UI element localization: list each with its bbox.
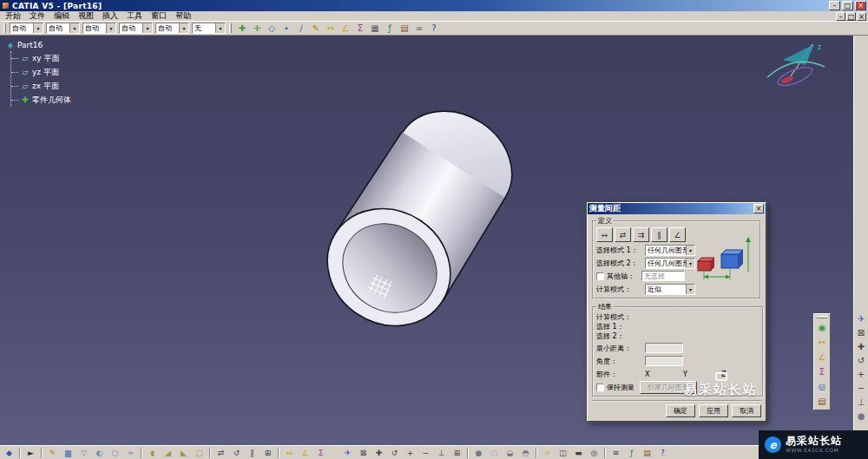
formula-icon[interactable]: ƒ <box>624 447 639 458</box>
apply-button[interactable]: 应用 <box>699 404 728 417</box>
minimize-button[interactable]: – <box>829 1 840 10</box>
toolbar-combo-1[interactable]: 自动▾ <box>10 23 43 34</box>
chevron-down-icon[interactable]: ▾ <box>106 23 115 33</box>
mass-properties-icon[interactable]: Σ <box>353 23 367 35</box>
fit-all-icon[interactable]: ⊠ <box>356 447 371 458</box>
point-icon[interactable]: ∙ <box>279 23 293 35</box>
draft-icon[interactable]: ◣ <box>176 447 191 458</box>
fly-mode-icon[interactable]: ✈ <box>855 311 868 325</box>
sketcher-icon[interactable]: ✎ <box>45 447 60 458</box>
tree-root-part16[interactable]: ◈ Part16 <box>6 38 71 51</box>
catalog-icon[interactable]: ▤ <box>640 447 654 458</box>
fit-all-icon[interactable]: ⊠ <box>855 325 868 339</box>
toolbar-grip[interactable] <box>3 23 6 33</box>
chevron-down-icon[interactable]: ▾ <box>179 23 188 33</box>
toolbar-combo-2[interactable]: 自动▾ <box>46 23 80 34</box>
tree-item-part-body[interactable]: ✚零件几何体 <box>11 93 71 107</box>
shaft-icon[interactable]: ◐ <box>92 447 107 458</box>
rotate-view-icon[interactable]: ↺ <box>855 353 868 367</box>
catalog-icon[interactable]: ▤ <box>398 23 411 35</box>
sketch-icon[interactable]: ✎ <box>309 23 323 35</box>
help-icon[interactable]: ? <box>655 447 670 458</box>
measure-between-icon[interactable]: ↔ <box>324 23 338 35</box>
sun-light-icon[interactable]: ☼ <box>540 447 555 458</box>
measure-between-icon[interactable]: ↔ <box>815 335 829 350</box>
shading-icon[interactable]: ● <box>471 447 486 458</box>
grid-icon[interactable]: ▦ <box>368 23 382 35</box>
measure-between-icon[interactable]: ↔ <box>282 447 297 458</box>
toolbar-grip[interactable] <box>229 23 232 33</box>
keep-measure-checkbox[interactable] <box>596 384 604 391</box>
tree-item-zx-plane[interactable]: ▱zx 平面 <box>11 79 71 93</box>
normal-view-icon[interactable]: ⊥ <box>434 447 449 458</box>
menu-item-1[interactable]: 文件 <box>25 10 49 22</box>
translate-icon[interactable]: ⇄ <box>214 447 228 458</box>
zoom-in-icon[interactable]: + <box>855 367 868 381</box>
chevron-down-icon[interactable]: ▾ <box>142 23 152 33</box>
dialog-close-icon[interactable]: × <box>753 204 764 213</box>
menu-item-2[interactable]: 编辑 <box>49 10 74 22</box>
chevron-down-icon[interactable]: ▾ <box>33 23 43 33</box>
rotate-axis-icon[interactable]: ✛ <box>250 23 264 35</box>
measure-between-chain-mode-button[interactable]: ⇄ <box>615 227 631 242</box>
chevron-down-icon[interactable]: ▾ <box>215 23 225 33</box>
close-button[interactable]: × <box>855 1 866 10</box>
maximize-button[interactable]: □ <box>842 1 853 10</box>
formula-icon[interactable]: ƒ <box>383 23 397 35</box>
pan-icon[interactable]: ✚ <box>372 447 386 458</box>
normal-view-icon[interactable]: ⊥ <box>855 395 868 409</box>
rotate-view-icon[interactable]: ↺ <box>387 447 402 458</box>
child-restore-button[interactable]: □ <box>846 12 856 21</box>
measure-item-icon[interactable]: ∠ <box>298 447 312 458</box>
selection-mode-1-select[interactable]: 任何几何图形 ▾ <box>645 245 695 256</box>
fillet-icon[interactable]: ◖ <box>145 447 160 458</box>
cancel-button[interactable]: 取消 <box>732 404 761 417</box>
link-icon[interactable]: ∞ <box>412 23 426 35</box>
tree-toggle-icon[interactable]: ≡ <box>608 447 623 458</box>
child-minimize-button[interactable]: – <box>836 12 845 21</box>
chamfer-icon[interactable]: ◢ <box>161 447 175 458</box>
rib-icon[interactable]: ≈ <box>123 447 138 458</box>
render-style-icon[interactable]: ● <box>855 409 868 423</box>
other-axis-field[interactable]: 无选择 <box>641 271 685 281</box>
depth-effect-icon[interactable]: ◫ <box>556 447 570 458</box>
swap-space-icon[interactable]: ◓ <box>518 447 533 458</box>
mass-properties-icon[interactable]: Σ <box>313 447 328 458</box>
measure-angle-mode-button[interactable]: ∠ <box>669 227 686 242</box>
plane-icon[interactable]: ◇ <box>265 23 279 35</box>
3d-viewport[interactable]: z ◈ Part16 ▱xy 平面▱yz 平面▱zx 平面✚零件几何体 测量间距… <box>0 36 853 445</box>
compass-tool-icon[interactable]: ◎ <box>815 379 829 394</box>
multi-view-icon[interactable]: ⊞ <box>450 447 464 458</box>
wireframe-icon[interactable]: ◌ <box>487 447 502 458</box>
line-icon[interactable]: ∕ <box>294 23 308 35</box>
zoom-in-icon[interactable]: + <box>403 447 418 458</box>
fly-mode-icon[interactable]: ✈ <box>340 447 355 458</box>
measure-between-fan-mode-button[interactable]: ⇉ <box>633 227 649 242</box>
measure-between-mode-button[interactable]: ↔ <box>596 227 613 242</box>
calc-mode-select[interactable]: 近似 ▾ <box>645 284 695 295</box>
child-close-button[interactable]: × <box>857 12 866 21</box>
toolbar-combo-4[interactable]: 自动▾ <box>119 23 153 34</box>
ground-icon[interactable]: ▬ <box>571 447 586 458</box>
pocket-icon[interactable]: ▽ <box>76 447 91 458</box>
zoom-out-icon[interactable]: − <box>855 381 868 395</box>
toolbar-combo-5[interactable]: 自动▾ <box>155 23 189 34</box>
view-compass-icon[interactable]: z <box>767 43 825 89</box>
menu-item-5[interactable]: 工具 <box>122 10 147 22</box>
hole-icon[interactable]: ○ <box>108 447 122 458</box>
menu-item-6[interactable]: 窗口 <box>147 10 171 22</box>
tree-item-yz-plane[interactable]: ▱yz 平面 <box>11 65 71 79</box>
pad-icon[interactable]: ▆ <box>61 447 76 458</box>
measure-item-icon[interactable]: ∠ <box>815 350 829 364</box>
ok-button[interactable]: 确定 <box>666 404 695 417</box>
dialog-titlebar[interactable]: 测量间距 × <box>588 203 766 214</box>
toolbar-combo-6[interactable]: 无▾ <box>192 23 226 34</box>
workbench-icon[interactable]: ◆ <box>2 447 16 458</box>
rotate-icon[interactable]: ↺ <box>229 447 244 458</box>
pattern-icon[interactable]: ⊞ <box>260 447 275 458</box>
magnifier-icon[interactable]: ◎ <box>587 447 602 458</box>
chevron-down-icon[interactable]: ▾ <box>69 23 79 33</box>
toolbar-combo-3[interactable]: 自动▾ <box>82 23 116 34</box>
other-axis-checkbox[interactable] <box>596 272 604 280</box>
tree-item-xy-plane[interactable]: ▱xy 平面 <box>11 51 71 65</box>
